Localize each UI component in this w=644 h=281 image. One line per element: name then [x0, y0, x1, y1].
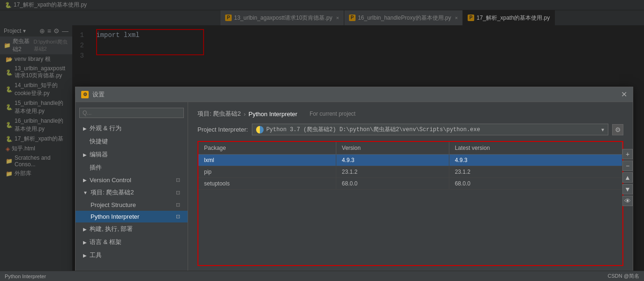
nav-label-project: 项目: 爬虫基础2 — [91, 188, 134, 197]
breadcrumb-parent: 项目: 爬虫基础2 — [197, 110, 241, 118]
breadcrumb-for-project[interactable]: For current project — [310, 111, 356, 117]
pkg-down-button[interactable]: ▼ — [622, 184, 633, 194]
pkg-version-0: 4.9.3 — [336, 155, 449, 166]
pkg-row-1[interactable]: pip 23.1.2 23.1.2 — [198, 166, 622, 178]
nav-project-icon: ⊡ — [176, 190, 180, 196]
package-table: Package Version Latest version lxml 4.9.… — [198, 142, 622, 190]
settings-dialog: ⚙ 设置 ✕ ▶ 外观 & 行为 快捷键 — [75, 87, 633, 274]
col-latest: Latest version — [449, 142, 622, 155]
breadcrumb-separator: › — [243, 111, 245, 118]
dialog-title-icon: ⚙ — [81, 91, 89, 98]
dialog-nav: ▶ 外观 & 行为 快捷键 ▶ 编辑器 插件 ▶ Ver — [76, 102, 188, 274]
pkg-add-button[interactable]: + — [622, 149, 633, 159]
nav-arrow-vc: ▶ — [83, 177, 87, 183]
dialog-content: 项目: 爬虫基础2 › Python Interpreter For curre… — [188, 102, 633, 274]
breadcrumb-current: Python Interpreter — [249, 111, 297, 118]
interpreter-value: Python 3.7 (爬虫基础2) D:\python\爬虫基础2\venv\… — [266, 126, 599, 133]
nav-label-appearance: 外观 & 行为 — [90, 124, 121, 133]
dialog-title-bar: ⚙ 设置 ✕ — [76, 87, 633, 102]
nav-arrow-project: ▼ — [83, 190, 88, 195]
pkg-latest-1: 23.1.2 — [449, 166, 622, 178]
status-bar: Python Interpreter CSDN @简名 — [0, 271, 644, 281]
col-package: Package — [198, 142, 336, 155]
nav-item-appearance[interactable]: ▶ 外观 & 行为 — [76, 122, 188, 135]
interpreter-gear-button[interactable]: ⚙ — [612, 124, 623, 135]
nav-ps-icon: ⊡ — [176, 202, 180, 208]
pkg-version-1: 23.1.2 — [336, 166, 449, 178]
nav-arrow-editor: ▶ — [83, 152, 87, 157]
status-footer-right: CSDN @简名 — [608, 273, 639, 280]
interpreter-row: Project Interpreter: Python 3.7 (爬虫基础2) … — [197, 124, 623, 135]
package-table-container: Package Version Latest version lxml 4.9.… — [197, 141, 623, 266]
nav-item-plugins[interactable]: 插件 — [76, 161, 188, 174]
settings-dialog-overlay: ⚙ 设置 ✕ ▶ 外观 & 行为 快捷键 — [0, 0, 644, 281]
nav-item-build[interactable]: ▶ 构建, 执行, 部署 — [76, 222, 188, 236]
nav-item-project[interactable]: ▼ 项目: 爬虫基础2 ⊡ — [76, 186, 188, 199]
interpreter-select[interactable]: Python 3.7 (爬虫基础2) D:\python\爬虫基础2\venv\… — [252, 124, 608, 135]
nav-label-lang: 语言 & 框架 — [90, 238, 121, 246]
nav-arrow-build: ▶ — [83, 227, 87, 232]
nav-arrow-lang: ▶ — [83, 240, 87, 245]
pkg-latest-2: 68.0.0 — [449, 178, 622, 190]
pkg-remove-button[interactable]: − — [622, 161, 633, 171]
nav-label-plugins: 插件 — [90, 163, 102, 172]
pkg-action-buttons: + − ▲ ▼ 👁 — [622, 149, 633, 206]
dialog-title-label: 设置 — [92, 90, 105, 99]
dialog-breadcrumb: 项目: 爬虫基础2 › Python Interpreter For curre… — [197, 110, 623, 118]
nav-label-editor: 编辑器 — [90, 150, 108, 159]
nav-item-project-structure[interactable]: Project Structure ⊡ — [76, 199, 188, 211]
dialog-body: ▶ 外观 & 行为 快捷键 ▶ 编辑器 插件 ▶ Ver — [76, 102, 633, 274]
python-ball-icon — [256, 126, 264, 133]
nav-item-lang[interactable]: ▶ 语言 & 框架 — [76, 236, 188, 249]
nav-label-python-interpreter: Python Interpreter — [91, 213, 139, 220]
search-input[interactable] — [79, 108, 184, 118]
nav-label-build: 构建, 执行, 部署 — [90, 225, 133, 233]
pkg-eye-button[interactable]: 👁 — [622, 196, 633, 206]
pkg-latest-0: 4.9.3 — [449, 155, 622, 166]
nav-label-tools: 工具 — [90, 251, 102, 259]
pkg-row-0[interactable]: lxml 4.9.3 4.9.3 — [198, 155, 622, 166]
dialog-close-button[interactable]: ✕ — [621, 90, 627, 99]
dialog-title: ⚙ 设置 — [81, 90, 105, 99]
pkg-name-2: setuptools — [198, 178, 336, 190]
pkg-name-1: pip — [198, 166, 336, 178]
nav-label-shortcuts: 快捷键 — [90, 137, 108, 146]
nav-pi-icon: ⊡ — [176, 214, 180, 220]
pkg-name-0: lxml — [198, 155, 336, 166]
nav-label-project-structure: Project Structure — [91, 201, 136, 208]
nav-arrow-tools: ▶ — [83, 253, 87, 258]
nav-label-vc: Version Control — [90, 177, 131, 184]
nav-item-python-interpreter[interactable]: Python Interpreter ⊡ — [76, 211, 188, 222]
col-version: Version — [336, 142, 449, 155]
search-box — [79, 108, 184, 118]
nav-item-shortcuts[interactable]: 快捷键 — [76, 135, 188, 148]
nav-item-editor[interactable]: ▶ 编辑器 — [76, 148, 188, 161]
pkg-up-button[interactable]: ▲ — [622, 172, 633, 183]
status-footer-label: Python Interpreter — [5, 274, 46, 279]
nav-vc-icon: ⊡ — [176, 177, 180, 183]
interpreter-label: Project Interpreter: — [197, 126, 248, 133]
ide-window: 🐍 17_解析_xpath的基本使用.py P 13_urlbin_agaxpo… — [0, 0, 644, 281]
pkg-row-2[interactable]: setuptools 68.0.0 68.0.0 — [198, 178, 622, 190]
nav-item-tools[interactable]: ▶ 工具 — [76, 249, 188, 262]
interpreter-dropdown-arrow[interactable]: ▾ — [601, 126, 604, 133]
nav-item-version-control[interactable]: ▶ Version Control ⊡ — [76, 174, 188, 186]
pkg-version-2: 68.0.0 — [336, 178, 449, 190]
nav-arrow-appearance: ▶ — [83, 126, 87, 131]
